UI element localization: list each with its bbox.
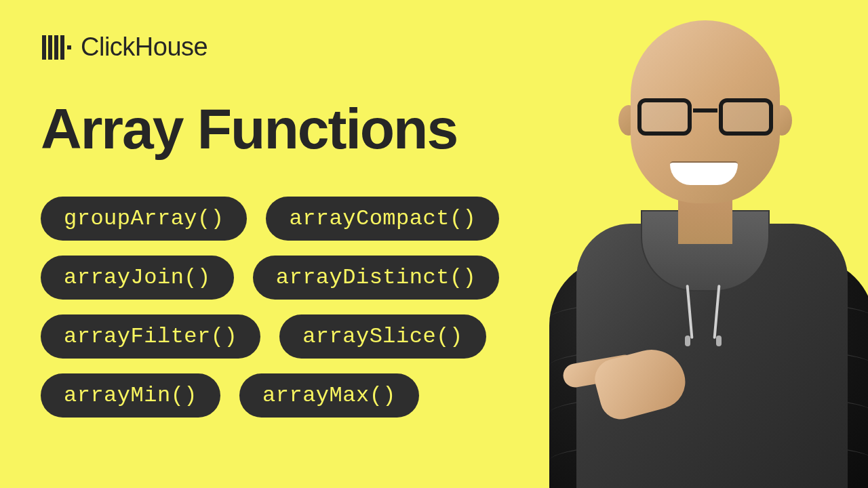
page-title: Array Functions xyxy=(41,100,457,157)
presenter-photo xyxy=(563,0,868,488)
brand-name: ClickHouse xyxy=(81,33,208,62)
pill-arrayfilter: arrayFilter() xyxy=(41,314,260,359)
pill-arraymin: arrayMin() xyxy=(41,373,220,418)
function-pill-list: groupArray() arrayCompact() arrayJoin() … xyxy=(41,197,499,418)
pill-row: arrayMin() arrayMax() xyxy=(41,373,499,418)
pill-arrayslice: arraySlice() xyxy=(279,314,486,359)
pill-arraycompact: arrayCompact() xyxy=(266,197,499,241)
pill-row: arrayFilter() arraySlice() xyxy=(41,314,499,359)
clickhouse-logo-icon xyxy=(42,35,71,60)
pill-arrayjoin: arrayJoin() xyxy=(41,256,234,300)
brand-logo-area: ClickHouse xyxy=(42,33,208,62)
pill-row: arrayJoin() arrayDistinct() xyxy=(41,256,499,300)
pill-grouparray: groupArray() xyxy=(41,197,247,241)
pill-arraydistinct: arrayDistinct() xyxy=(253,256,500,300)
pill-row: groupArray() arrayCompact() xyxy=(41,197,499,241)
pill-arraymax: arrayMax() xyxy=(239,373,419,418)
